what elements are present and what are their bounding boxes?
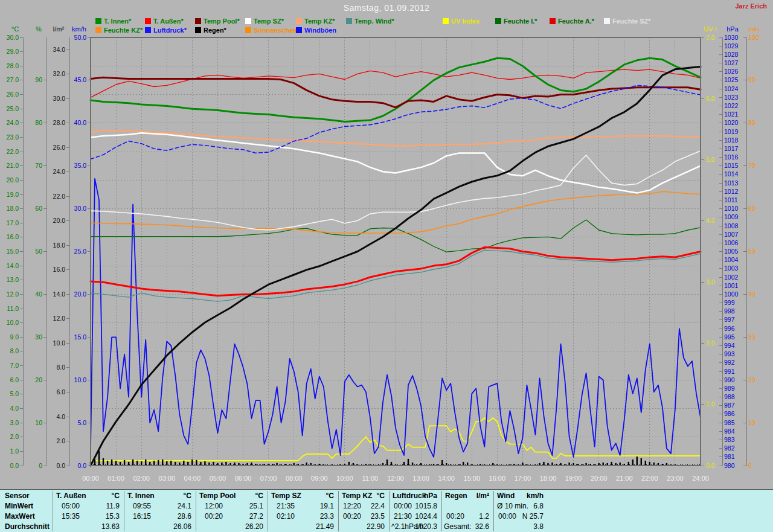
svg-text:100: 100 [748,34,759,41]
svg-text:1.0: 1.0 [10,447,19,455]
svg-text:998: 998 [724,307,735,315]
svg-text:1004: 1004 [724,256,739,263]
svg-text:1002: 1002 [724,274,739,281]
svg-text:987: 987 [724,402,735,409]
svg-text:1000: 1000 [724,290,739,298]
svg-text:60: 60 [35,205,42,212]
svg-text:1008: 1008 [724,222,739,229]
table-cell: 13.63 [56,522,120,532]
svg-text:08:00: 08:00 [286,475,303,482]
table-cell: 1015.8 [393,501,437,511]
table-cell: 24.1 [127,501,191,511]
svg-text:18.0: 18.0 [53,242,66,249]
svg-text:23:00: 23:00 [667,475,684,482]
svg-text:01:00: 01:00 [107,475,124,482]
series-regen-summe [91,67,701,466]
svg-text:985: 985 [724,419,735,426]
svg-text:20.0: 20.0 [7,176,19,184]
table-cell: 3.8 [497,522,544,532]
svg-text:22.0: 22.0 [53,193,66,200]
svg-text:984: 984 [724,428,735,435]
table-col-unit: °C [127,491,191,501]
table-cell: 23.3 [271,511,334,522]
table-row-label: Durchschnitt [5,522,50,532]
svg-text:45.0: 45.0 [74,76,87,83]
svg-text:28.0: 28.0 [7,62,19,69]
table-cell: 22.4 [342,501,385,511]
svg-text:1028: 1028 [724,51,739,58]
svg-text:60: 60 [748,205,755,212]
svg-text:25.0: 25.0 [7,105,19,112]
svg-text:980: 980 [724,462,735,469]
svg-text:16.0: 16.0 [53,266,66,273]
svg-text:4.0: 4.0 [56,413,65,420]
svg-text:1019: 1019 [724,128,739,135]
svg-text:10.0: 10.0 [53,339,66,347]
svg-text:29.0: 29.0 [7,48,19,55]
svg-text:2.0: 2.0 [10,433,19,440]
svg-text:5.0: 5.0 [77,419,86,426]
svg-text:26.0: 26.0 [53,144,66,151]
table-separator [124,491,124,531]
svg-text:9.0: 9.0 [10,333,19,341]
svg-text:5.0: 5.0 [10,390,19,397]
table-row-label: MaxWert [5,511,35,522]
table-col-unit: hPa [393,491,437,501]
svg-text:l/m²: l/m² [53,25,65,33]
svg-text:991: 991 [724,368,735,375]
svg-text:1011: 1011 [724,196,738,204]
svg-text:40: 40 [35,290,42,298]
svg-text:13.0: 13.0 [7,276,19,283]
table-cell: 32.6 [445,522,489,532]
svg-text:21.0: 21.0 [7,162,19,169]
svg-text:982: 982 [724,444,735,452]
svg-text:14.0: 14.0 [7,262,19,269]
svg-text:1027: 1027 [724,59,739,66]
svg-text:10: 10 [748,419,755,426]
svg-text:1018: 1018 [724,136,739,144]
svg-text:00:00: 00:00 [82,475,99,482]
svg-text:1024: 1024 [724,85,739,92]
svg-text:995: 995 [724,333,735,341]
svg-text:18.0: 18.0 [7,205,19,212]
table-separator [493,491,494,531]
table-col-unit: °C [56,491,120,501]
svg-text:999: 999 [724,299,735,306]
table-cell: 6.8 [497,501,544,511]
svg-text:hPa: hPa [726,25,739,33]
svg-text:10.0: 10.0 [7,319,19,326]
series-feuchte-i [91,220,701,252]
svg-text:6.0: 6.0 [706,95,715,102]
weather-chart[interactable]: °C0.01.02.03.04.05.06.07.08.09.010.011.0… [0,0,773,532]
svg-text:1009: 1009 [724,213,739,220]
table-separator [53,491,53,531]
svg-text:996: 996 [724,325,735,332]
svg-text:1023: 1023 [724,94,739,101]
weather-app-window: Samstag, 01.09.2012 Jarz Erich T. Innen*… [0,0,773,532]
svg-text:06:00: 06:00 [235,475,252,482]
svg-text:15.0: 15.0 [7,248,19,255]
svg-text:8.0: 8.0 [56,364,65,371]
svg-text:02:00: 02:00 [133,475,150,482]
svg-text:19:00: 19:00 [565,475,582,482]
svg-text:27.0: 27.0 [7,76,19,83]
svg-text:70: 70 [748,162,755,169]
table-cell: 22.90 [342,522,385,532]
svg-text:989: 989 [724,385,735,392]
table-separator [268,491,268,531]
svg-text:19.0: 19.0 [7,191,19,198]
svg-text:7.0: 7.0 [706,34,715,41]
svg-text:997: 997 [724,316,735,323]
svg-text:70: 70 [35,162,42,169]
svg-text:20: 20 [748,376,755,383]
x-axis-labels: 00:0001:0002:0003:0004:0005:0006:0007:00… [82,475,709,482]
svg-text:30: 30 [35,333,42,341]
table-separator [389,491,390,531]
svg-text:35.0: 35.0 [74,162,87,169]
table-cell: 26.06 [127,522,191,532]
svg-text:1.0: 1.0 [706,400,715,408]
table-col-unit: km/h [497,491,544,501]
svg-text:07:00: 07:00 [260,475,277,482]
svg-text:34.0: 34.0 [53,46,66,53]
svg-text:986: 986 [724,410,735,417]
